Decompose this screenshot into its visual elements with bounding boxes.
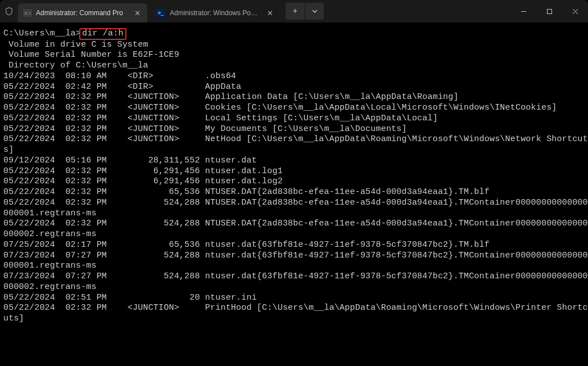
tab-title: Administrator: Windows Power bbox=[170, 9, 261, 17]
listing-row: 000002.regtrans-ms bbox=[3, 229, 585, 240]
listing-row: 05/22/2024 02:32 PM <JUNCTION> PrintHood… bbox=[3, 303, 585, 314]
tab-powershell[interactable]: >_ Administrator: Windows Power ✕ bbox=[151, 3, 280, 22]
prompt-line: C:\Users\m__la>dir /a:h bbox=[3, 28, 585, 40]
listing-row: 07/23/2024 07:27 PM 524,288 ntuser.dat{6… bbox=[3, 272, 585, 282]
shield-icon bbox=[0, 0, 18, 22]
listing-row: 05/22/2024 02:32 PM 6,291,456 ntuser.dat… bbox=[3, 177, 585, 187]
listing-row: 05/22/2024 02:32 PM 524,288 NTUSER.DAT{2… bbox=[3, 198, 585, 209]
listing-row: 05/22/2024 02:32 PM 65,536 NTUSER.DAT{2a… bbox=[3, 187, 585, 198]
listing-row: 07/25/2024 02:17 PM 65,536 ntuser.dat{63… bbox=[3, 240, 585, 251]
listing-rows: 10/24/2023 08:10 AM <DIR> .obs6405/22/20… bbox=[3, 71, 585, 324]
listing-row: uts] bbox=[3, 314, 585, 324]
listing-row: 05/22/2024 02:51 PM 20 ntuser.ini bbox=[3, 293, 585, 304]
cmd-icon: C:\ bbox=[24, 10, 31, 16]
window-controls bbox=[510, 0, 588, 22]
prompt: C:\Users\m__la> bbox=[3, 29, 81, 39]
terminal-output[interactable]: C:\Users\m__la>dir /a:h Volume in drive … bbox=[0, 22, 588, 330]
titlebar-left: C:\ Administrator: Command Pro ✕ >_ Admi… bbox=[0, 0, 324, 22]
newtab-group: + bbox=[286, 3, 324, 20]
listing-row: 05/22/2024 02:42 PM <DIR> AppData bbox=[3, 82, 585, 93]
listing-row: 10/24/2023 08:10 AM <DIR> .obs64 bbox=[3, 71, 585, 82]
listing-row: 07/23/2024 07:27 PM 524,288 ntuser.dat{6… bbox=[3, 251, 585, 261]
listing-row: 05/22/2024 02:32 PM 524,288 NTUSER.DAT{2… bbox=[3, 219, 585, 229]
listing-row: s] bbox=[3, 145, 585, 156]
titlebar: C:\ Administrator: Command Pro ✕ >_ Admi… bbox=[0, 0, 588, 22]
volume-line: Volume in drive C is System bbox=[3, 40, 585, 51]
serial-line: Volume Serial Number is E62F-1CE9 bbox=[3, 50, 585, 61]
svg-rect-1 bbox=[547, 9, 551, 13]
listing-row: 05/22/2024 02:32 PM <JUNCTION> My Docume… bbox=[3, 124, 585, 135]
close-button[interactable] bbox=[562, 0, 588, 22]
new-tab-button[interactable]: + bbox=[286, 3, 305, 20]
listing-row: 05/22/2024 02:32 PM 6,291,456 ntuser.dat… bbox=[3, 166, 585, 177]
listing-row: 05/22/2024 02:32 PM <JUNCTION> Local Set… bbox=[3, 114, 585, 124]
close-icon[interactable]: ✕ bbox=[265, 8, 274, 17]
powershell-icon: >_ bbox=[156, 9, 165, 17]
listing-row: 05/22/2024 02:32 PM <JUNCTION> NetHood [… bbox=[3, 134, 585, 145]
tab-dropdown-button[interactable] bbox=[305, 3, 324, 20]
listing-row: 09/12/2024 05:16 PM 28,311,552 ntuser.da… bbox=[3, 156, 585, 166]
listing-row: 05/22/2024 02:32 PM <JUNCTION> Applicati… bbox=[3, 92, 585, 103]
command-highlight: dir /a:h bbox=[79, 28, 126, 40]
listing-row: 05/22/2024 02:32 PM <JUNCTION> Cookies [… bbox=[3, 103, 585, 114]
maximize-button[interactable] bbox=[536, 0, 562, 22]
close-icon[interactable]: ✕ bbox=[133, 8, 142, 17]
tab-cmd[interactable]: C:\ Administrator: Command Pro ✕ bbox=[18, 3, 147, 22]
listing-row: 000001.regtrans-ms bbox=[3, 209, 585, 219]
listing-row: 000002.regtrans-ms bbox=[3, 282, 585, 293]
tab-title: Administrator: Command Pro bbox=[36, 9, 128, 17]
minimize-button[interactable] bbox=[510, 0, 536, 22]
directory-line: Directory of C:\Users\m__la bbox=[3, 61, 585, 71]
listing-row: 000001.regtrans-ms bbox=[3, 261, 585, 272]
